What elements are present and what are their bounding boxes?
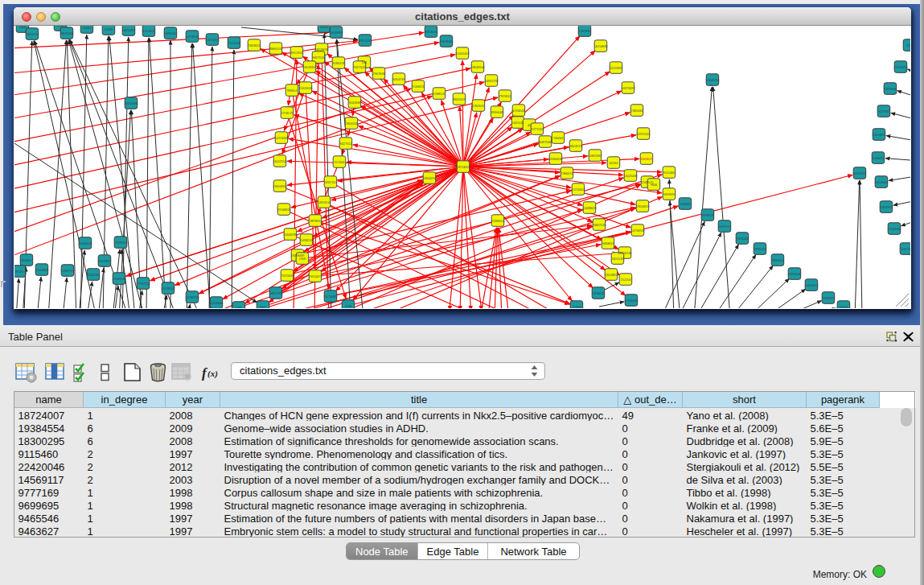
svg-text:546: 546: [362, 61, 367, 64]
svg-text:20053346: 20053346: [125, 102, 138, 105]
svg-text:252254: 252254: [621, 278, 631, 282]
svg-text:13524851: 13524851: [605, 274, 618, 277]
svg-text:3267110: 3267110: [325, 181, 337, 184]
svg-text:9327505: 9327505: [354, 66, 366, 69]
svg-text:10025438: 10025438: [624, 175, 638, 178]
svg-text:12975115: 12975115: [637, 133, 651, 136]
svg-text:1405: 1405: [19, 26, 26, 29]
svg-text:1292: 1292: [236, 307, 242, 309]
svg-text:18807249: 18807249: [593, 224, 606, 227]
svg-text:12213967: 12213967: [610, 67, 623, 70]
svg-text:10756928: 10756928: [631, 229, 645, 233]
svg-text:1615132: 1615132: [612, 257, 624, 261]
svg-text:1733426: 1733426: [626, 299, 638, 303]
svg-text:18724007: 18724007: [457, 166, 470, 169]
svg-text:1362615: 1362615: [473, 105, 485, 108]
svg-text:17334: 17334: [573, 306, 581, 309]
svg-text:8938928: 8938928: [702, 214, 714, 217]
svg-text:9227342: 9227342: [878, 110, 890, 113]
svg-text:7857224: 7857224: [359, 39, 372, 43]
svg-text:8427552: 8427552: [340, 142, 352, 146]
svg-text:164095: 164095: [680, 203, 691, 206]
svg-text:9245652: 9245652: [823, 297, 835, 300]
svg-text:1117: 1117: [906, 44, 910, 47]
svg-text:10973493: 10973493: [622, 87, 635, 90]
svg-text:12923446: 12923446: [210, 302, 224, 305]
svg-text:13353534: 13353534: [318, 201, 331, 204]
svg-text:8186328: 8186328: [333, 62, 345, 65]
svg-text:2187682: 2187682: [579, 30, 591, 33]
svg-text:9242848: 9242848: [349, 101, 361, 105]
svg-text:6497508: 6497508: [540, 141, 552, 144]
svg-text:1421025: 1421025: [512, 122, 524, 125]
svg-text:39159: 39159: [15, 270, 24, 274]
svg-text:7515526: 7515526: [228, 42, 240, 45]
svg-text:10654112: 10654112: [805, 284, 819, 287]
svg-text:8454749: 8454749: [393, 78, 405, 81]
svg-text:7386372: 7386372: [561, 172, 573, 175]
svg-text:2803144: 2803144: [346, 122, 358, 126]
svg-text:9457: 9457: [260, 306, 266, 309]
svg-text:2069: 2069: [57, 26, 64, 27]
svg-text:7955812: 7955812: [499, 95, 511, 98]
svg-text:20364436: 20364436: [549, 158, 563, 161]
svg-text:7625402: 7625402: [281, 274, 294, 278]
svg-text:9844: 9844: [651, 183, 657, 187]
svg-text:(x): (x): [207, 369, 218, 379]
svg-text:2718179: 2718179: [281, 112, 294, 115]
svg-text:9684067: 9684067: [602, 242, 614, 245]
svg-text:10653: 10653: [83, 27, 92, 30]
svg-text:16033: 16033: [320, 26, 329, 29]
svg-text:7632621: 7632621: [772, 259, 784, 262]
svg-text:7485063: 7485063: [631, 109, 643, 113]
svg-text:17359924: 17359924: [114, 241, 128, 245]
svg-text:835001: 835001: [22, 259, 32, 262]
svg-text:11325419: 11325419: [456, 52, 470, 56]
svg-text:9474444: 9474444: [737, 237, 749, 241]
svg-text:9777169: 9777169: [532, 128, 544, 131]
svg-text:887833: 887833: [310, 220, 321, 223]
svg-text:20206526: 20206526: [79, 242, 92, 245]
svg-text:8990448: 8990448: [491, 111, 503, 114]
svg-text:10671355: 10671355: [206, 39, 220, 42]
svg-text:6794028: 6794028: [513, 109, 525, 113]
svg-text:15692971: 15692971: [880, 206, 893, 209]
svg-text:3624574: 3624574: [570, 145, 582, 148]
svg-text:8822037: 8822037: [454, 98, 466, 101]
svg-text:92456: 92456: [840, 306, 848, 309]
svg-text:62160: 62160: [610, 162, 618, 165]
svg-text:1733: 1733: [345, 305, 351, 308]
svg-text:8466160: 8466160: [165, 32, 177, 35]
svg-text:11156829: 11156829: [35, 269, 48, 272]
svg-text:19654983: 19654983: [273, 185, 287, 188]
svg-text:16154838: 16154838: [594, 45, 608, 48]
svg-text:16543392: 16543392: [303, 66, 317, 69]
svg-text:20975857: 20975857: [98, 260, 112, 263]
svg-text:16120746: 16120746: [618, 252, 632, 255]
svg-text:746266: 746266: [553, 137, 564, 140]
svg-text:989614: 989614: [287, 89, 298, 93]
svg-text:14055712: 14055712: [26, 33, 39, 36]
svg-text:19654923: 19654923: [636, 205, 650, 208]
svg-text:16210643: 16210643: [875, 181, 889, 184]
svg-text:11065: 11065: [105, 28, 113, 31]
svg-text:18300295: 18300295: [423, 177, 437, 180]
svg-text:16782759: 16782759: [186, 296, 199, 299]
svg-text:12213369: 12213369: [275, 137, 289, 140]
svg-text:10688609: 10688609: [583, 207, 597, 210]
svg-text:10958107: 10958107: [162, 287, 175, 290]
svg-text:18226058: 18226058: [315, 48, 329, 51]
svg-text:8860124: 8860124: [270, 47, 282, 51]
svg-text:12093872: 12093872: [873, 134, 886, 137]
svg-text:8215955: 8215955: [854, 172, 866, 175]
svg-text:20691406: 20691406: [60, 32, 74, 35]
svg-text:45: 45: [528, 124, 531, 127]
svg-text:9115460: 9115460: [663, 171, 676, 175]
svg-text:19914479: 19914479: [309, 275, 322, 278]
svg-text:1244415: 1244415: [873, 157, 885, 160]
svg-text:19166825: 19166825: [277, 208, 291, 212]
svg-text:18640910: 18640910: [471, 66, 485, 69]
svg-text:8471626: 8471626: [789, 273, 801, 276]
svg-text:1498222: 1498222: [301, 239, 313, 242]
svg-text:8912954: 8912954: [291, 51, 303, 55]
